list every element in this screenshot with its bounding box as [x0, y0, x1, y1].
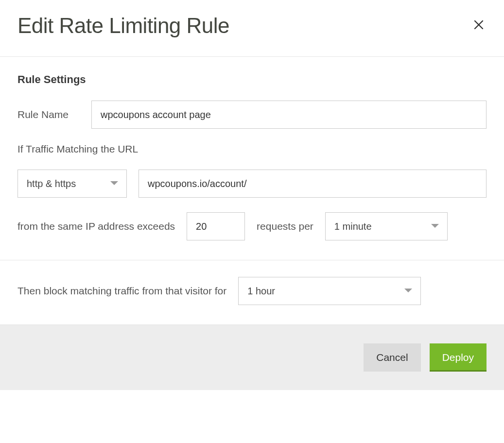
- deploy-button[interactable]: Deploy: [430, 343, 487, 372]
- block-duration-label: Then block matching traffic from that vi…: [17, 285, 226, 297]
- url-row: http & https: [17, 170, 487, 198]
- ip-exceeds-label: from the same IP address exceeds: [17, 221, 175, 232]
- block-action-section: Then block matching traffic from that vi…: [0, 260, 504, 324]
- block-duration-value: 1 hour: [247, 286, 275, 297]
- request-count-input[interactable]: [187, 212, 245, 240]
- block-duration-select[interactable]: 1 hour: [238, 277, 421, 305]
- rule-settings-section: Rule Settings Rule Name If Traffic Match…: [0, 56, 504, 260]
- url-match-label: If Traffic Matching the URL: [17, 143, 138, 154]
- interval-select[interactable]: 1 minute: [325, 212, 448, 240]
- rule-settings-heading: Rule Settings: [17, 73, 487, 86]
- scheme-select[interactable]: http & https: [17, 170, 127, 198]
- threshold-row: from the same IP address exceeds request…: [17, 212, 487, 240]
- block-row: Then block matching traffic from that vi…: [17, 277, 487, 305]
- dialog-title: Edit Rate Limiting Rule: [17, 14, 229, 38]
- cancel-button[interactable]: Cancel: [364, 343, 420, 372]
- chevron-down-icon: [404, 288, 413, 294]
- requests-per-label: requests per: [257, 221, 313, 232]
- close-button[interactable]: [471, 17, 487, 35]
- dialog-footer: Cancel Deploy: [0, 324, 504, 390]
- scheme-select-value: http & https: [27, 178, 76, 189]
- rule-name-row: Rule Name: [17, 101, 487, 129]
- dialog-header: Edit Rate Limiting Rule: [0, 0, 504, 56]
- rule-name-label: Rule Name: [17, 109, 80, 120]
- close-icon: [473, 19, 485, 33]
- chevron-down-icon: [431, 223, 439, 229]
- chevron-down-icon: [110, 181, 119, 187]
- url-input[interactable]: [139, 170, 487, 198]
- edit-rate-limiting-dialog: Edit Rate Limiting Rule Rule Settings Ru…: [0, 0, 504, 390]
- rule-name-input[interactable]: [91, 101, 487, 129]
- interval-select-value: 1 minute: [334, 221, 372, 232]
